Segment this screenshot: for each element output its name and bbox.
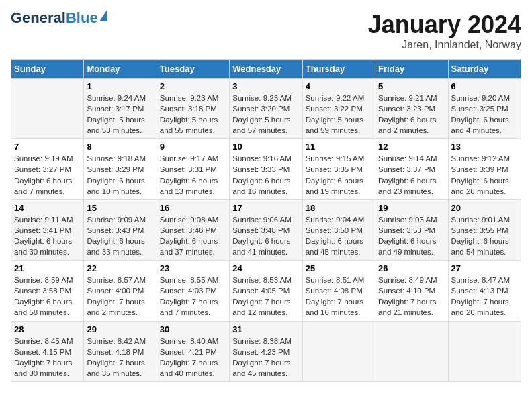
day-number: 2 [160,81,226,91]
week-row-1: 1Sunrise: 9:24 AM Sunset: 3:17 PM Daylig… [11,79,521,139]
day-number: 26 [378,263,445,273]
day-info: Sunrise: 8:45 AM Sunset: 4:15 PM Dayligh… [14,336,81,379]
day-info: Sunrise: 9:24 AM Sunset: 3:17 PM Dayligh… [87,93,153,136]
title-block: January 2024 Jaren, Innlandet, Norway [368,11,521,51]
day-info: Sunrise: 9:09 AM Sunset: 3:43 PM Dayligh… [87,214,153,257]
day-number: 3 [232,81,299,91]
calendar-cell [375,321,448,381]
day-number: 7 [14,142,81,152]
day-number: 5 [378,81,445,91]
day-number: 21 [14,263,81,273]
day-number: 24 [232,263,299,273]
calendar-cell: 29Sunrise: 8:42 AM Sunset: 4:18 PM Dayli… [84,321,157,381]
calendar-cell: 24Sunrise: 8:53 AM Sunset: 4:05 PM Dayli… [230,261,302,321]
calendar-cell [302,321,375,381]
calendar-cell: 30Sunrise: 8:40 AM Sunset: 4:21 PM Dayli… [157,321,229,381]
calendar-cell: 7Sunrise: 9:19 AM Sunset: 3:27 PM Daylig… [11,139,84,199]
calendar-cell: 27Sunrise: 8:47 AM Sunset: 4:13 PM Dayli… [448,261,521,321]
calendar-cell: 23Sunrise: 8:55 AM Sunset: 4:03 PM Dayli… [157,261,229,321]
week-row-2: 7Sunrise: 9:19 AM Sunset: 3:27 PM Daylig… [11,139,521,199]
calendar-cell: 13Sunrise: 9:12 AM Sunset: 3:39 PM Dayli… [448,139,521,199]
day-info: Sunrise: 8:47 AM Sunset: 4:13 PM Dayligh… [451,275,518,318]
calendar-cell: 26Sunrise: 8:49 AM Sunset: 4:10 PM Dayli… [375,261,448,321]
day-info: Sunrise: 9:16 AM Sunset: 3:33 PM Dayligh… [232,153,299,196]
calendar-subtitle: Jaren, Innlandet, Norway [368,39,521,51]
day-info: Sunrise: 8:55 AM Sunset: 4:03 PM Dayligh… [160,275,226,318]
calendar-cell: 10Sunrise: 9:16 AM Sunset: 3:33 PM Dayli… [230,139,302,199]
calendar-cell: 28Sunrise: 8:45 AM Sunset: 4:15 PM Dayli… [11,321,84,381]
day-info: Sunrise: 9:01 AM Sunset: 3:55 PM Dayligh… [451,214,518,257]
day-info: Sunrise: 9:18 AM Sunset: 3:29 PM Dayligh… [87,153,153,196]
day-number: 12 [378,142,445,152]
calendar-cell: 9Sunrise: 9:17 AM Sunset: 3:31 PM Daylig… [157,139,229,199]
day-info: Sunrise: 8:51 AM Sunset: 4:08 PM Dayligh… [306,275,372,318]
calendar-cell: 19Sunrise: 9:03 AM Sunset: 3:53 PM Dayli… [375,199,448,260]
day-number: 28 [14,324,81,334]
day-number: 4 [306,81,372,91]
day-info: Sunrise: 8:59 AM Sunset: 3:58 PM Dayligh… [14,275,81,318]
day-number: 29 [87,324,153,334]
page-header: GeneralBlue January 2024 Jaren, Innlande… [11,11,521,51]
day-info: Sunrise: 9:21 AM Sunset: 3:23 PM Dayligh… [378,93,445,136]
column-header-tuesday: Tuesday [157,60,229,79]
day-info: Sunrise: 8:49 AM Sunset: 4:10 PM Dayligh… [378,275,445,318]
calendar-cell: 15Sunrise: 9:09 AM Sunset: 3:43 PM Dayli… [84,199,157,260]
week-row-5: 28Sunrise: 8:45 AM Sunset: 4:15 PM Dayli… [11,321,521,381]
day-number: 8 [87,142,153,152]
column-header-saturday: Saturday [448,60,521,79]
calendar-cell: 4Sunrise: 9:22 AM Sunset: 3:22 PM Daylig… [302,79,375,139]
calendar-cell: 18Sunrise: 9:04 AM Sunset: 3:50 PM Dayli… [302,199,375,260]
day-info: Sunrise: 9:08 AM Sunset: 3:46 PM Dayligh… [160,214,226,257]
day-number: 30 [160,324,226,334]
day-info: Sunrise: 9:23 AM Sunset: 3:20 PM Dayligh… [232,93,299,136]
day-info: Sunrise: 9:11 AM Sunset: 3:41 PM Dayligh… [14,214,81,257]
day-info: Sunrise: 9:23 AM Sunset: 3:18 PM Dayligh… [160,93,226,136]
day-number: 31 [232,324,299,334]
calendar-cell: 6Sunrise: 9:20 AM Sunset: 3:25 PM Daylig… [448,79,521,139]
day-number: 22 [87,263,153,273]
day-info: Sunrise: 8:57 AM Sunset: 4:00 PM Dayligh… [87,275,153,318]
calendar-table: SundayMondayTuesdayWednesdayThursdayFrid… [11,59,521,382]
logo-arrow-icon [99,9,107,21]
day-info: Sunrise: 9:22 AM Sunset: 3:22 PM Dayligh… [306,93,372,136]
logo-text: GeneralBlue [11,11,98,26]
day-info: Sunrise: 9:17 AM Sunset: 3:31 PM Dayligh… [160,153,226,196]
day-number: 1 [87,81,153,91]
calendar-cell: 17Sunrise: 9:06 AM Sunset: 3:48 PM Dayli… [230,199,302,260]
day-number: 13 [451,142,518,152]
calendar-cell: 3Sunrise: 9:23 AM Sunset: 3:20 PM Daylig… [230,79,302,139]
day-info: Sunrise: 9:14 AM Sunset: 3:37 PM Dayligh… [378,153,445,196]
calendar-cell: 21Sunrise: 8:59 AM Sunset: 3:58 PM Dayli… [11,261,84,321]
day-number: 19 [378,203,445,213]
week-row-3: 14Sunrise: 9:11 AM Sunset: 3:41 PM Dayli… [11,199,521,260]
day-info: Sunrise: 9:19 AM Sunset: 3:27 PM Dayligh… [14,153,81,196]
day-number: 16 [160,203,226,213]
calendar-cell: 1Sunrise: 9:24 AM Sunset: 3:17 PM Daylig… [84,79,157,139]
day-info: Sunrise: 8:38 AM Sunset: 4:23 PM Dayligh… [232,336,299,379]
day-info: Sunrise: 9:04 AM Sunset: 3:50 PM Dayligh… [306,214,372,257]
column-header-sunday: Sunday [11,60,84,79]
calendar-cell: 12Sunrise: 9:14 AM Sunset: 3:37 PM Dayli… [375,139,448,199]
calendar-title: January 2024 [368,11,521,39]
header-row: SundayMondayTuesdayWednesdayThursdayFrid… [11,60,521,79]
calendar-cell [448,321,521,381]
day-number: 27 [451,263,518,273]
column-header-wednesday: Wednesday [230,60,302,79]
day-info: Sunrise: 9:06 AM Sunset: 3:48 PM Dayligh… [232,214,299,257]
column-header-friday: Friday [375,60,448,79]
day-info: Sunrise: 8:53 AM Sunset: 4:05 PM Dayligh… [232,275,299,318]
calendar-cell: 8Sunrise: 9:18 AM Sunset: 3:29 PM Daylig… [84,139,157,199]
calendar-cell: 16Sunrise: 9:08 AM Sunset: 3:46 PM Dayli… [157,199,229,260]
day-number: 17 [232,203,299,213]
day-number: 20 [451,203,518,213]
column-header-thursday: Thursday [302,60,375,79]
calendar-cell: 11Sunrise: 9:15 AM Sunset: 3:35 PM Dayli… [302,139,375,199]
day-number: 9 [160,142,226,152]
calendar-cell [11,79,84,139]
calendar-cell: 31Sunrise: 8:38 AM Sunset: 4:23 PM Dayli… [230,321,302,381]
day-number: 25 [306,263,372,273]
calendar-cell: 14Sunrise: 9:11 AM Sunset: 3:41 PM Dayli… [11,199,84,260]
day-info: Sunrise: 9:03 AM Sunset: 3:53 PM Dayligh… [378,214,445,257]
day-info: Sunrise: 9:20 AM Sunset: 3:25 PM Dayligh… [451,93,518,136]
calendar-cell: 2Sunrise: 9:23 AM Sunset: 3:18 PM Daylig… [157,79,229,139]
